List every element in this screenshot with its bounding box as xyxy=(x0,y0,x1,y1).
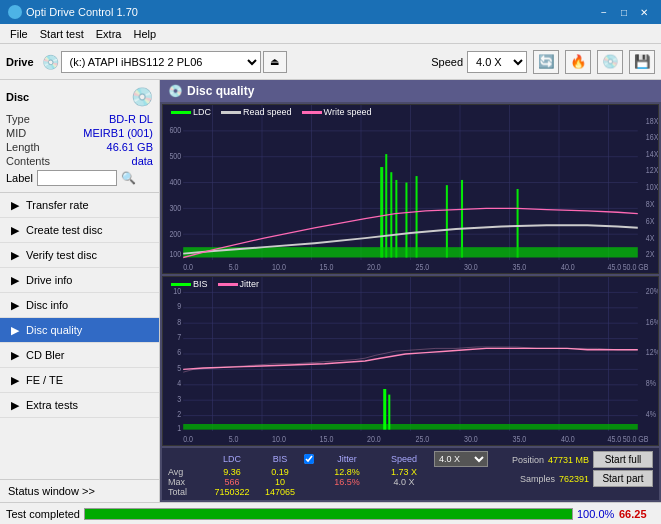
score-value: 66.25 xyxy=(619,508,655,520)
drive-icon: 💿 xyxy=(42,54,59,70)
status-window-button[interactable]: Status window >> xyxy=(0,479,159,502)
disc-label-row: Label 🔍 xyxy=(6,170,153,186)
speed-dropdown[interactable]: 4.0 X xyxy=(467,51,527,73)
svg-text:400: 400 xyxy=(169,177,181,187)
disc-length-label: Length xyxy=(6,141,40,153)
fe-te-icon: ▶ xyxy=(8,373,22,387)
transfer-rate-icon: ▶ xyxy=(8,198,22,212)
sidebar-item-label-disc-quality: Disc quality xyxy=(26,324,82,336)
menu-file[interactable]: File xyxy=(4,27,34,41)
toolbar: Drive 💿 (k:) ATAPI iHBS112 2 PL06 ⏏ Spee… xyxy=(0,44,661,80)
stat-speed-dropdown-wrap: 4.0 X xyxy=(434,451,494,467)
svg-text:30.0: 30.0 xyxy=(464,433,478,444)
sidebar-item-create-test-disc[interactable]: ▶ Create test disc xyxy=(0,218,159,243)
sidebar-item-drive-info[interactable]: ▶ Drive info xyxy=(0,268,159,293)
samples-row: Samples 762391 Start part xyxy=(520,470,653,487)
svg-text:4: 4 xyxy=(177,377,181,388)
start-part-button[interactable]: Start part xyxy=(593,470,653,487)
status-window-label: Status window >> xyxy=(8,485,95,497)
speed-label: Speed xyxy=(431,56,463,68)
samples-label: Samples xyxy=(520,474,555,484)
burn-button[interactable]: 🔥 xyxy=(565,50,591,74)
sidebar-item-label-create-test-disc: Create test disc xyxy=(26,224,102,236)
legend-write-speed: Write speed xyxy=(302,107,372,117)
sidebar-item-label-disc-info: Disc info xyxy=(26,299,68,311)
stat-total-bis: 147065 xyxy=(256,487,304,497)
svg-rect-42 xyxy=(380,167,383,257)
sidebar-item-label-fe-te: FE / TE xyxy=(26,374,63,386)
stat-max-speed-label: 4.0 X xyxy=(374,477,434,487)
menu-extra[interactable]: Extra xyxy=(90,27,128,41)
titlebar: Opti Drive Control 1.70 − □ ✕ xyxy=(0,0,661,24)
svg-rect-43 xyxy=(385,154,387,257)
stat-avg-bis: 0.19 xyxy=(256,467,304,477)
sidebar-item-label-transfer-rate: Transfer rate xyxy=(26,199,89,211)
disc-button[interactable]: 💿 xyxy=(597,50,623,74)
app-title: Opti Drive Control 1.70 xyxy=(26,6,138,18)
sidebar-item-verify-test-disc[interactable]: ▶ Verify test disc xyxy=(0,243,159,268)
chart-bis: BIS Jitter xyxy=(162,276,659,446)
stat-max-label: Max xyxy=(168,477,208,487)
close-button[interactable]: ✕ xyxy=(635,4,653,20)
svg-text:0.0: 0.0 xyxy=(183,263,193,273)
svg-text:16X: 16X xyxy=(646,132,658,142)
jitter-checkbox[interactable] xyxy=(304,454,314,464)
sidebar-item-disc-quality[interactable]: ▶ Disc quality xyxy=(0,318,159,343)
svg-text:14X: 14X xyxy=(646,149,658,159)
svg-text:600: 600 xyxy=(169,126,181,136)
svg-text:20.0: 20.0 xyxy=(367,433,381,444)
svg-text:12%: 12% xyxy=(646,346,658,357)
stat-header-bis: BIS xyxy=(256,454,304,464)
disc-mid-value: MEIRB1 (001) xyxy=(83,127,153,139)
chart-ldc: LDC Read speed Write speed xyxy=(162,104,659,274)
disc-label-btn-icon[interactable]: 🔍 xyxy=(121,171,136,185)
disc-title: Disc xyxy=(6,91,29,103)
maximize-button[interactable]: □ xyxy=(615,4,633,20)
stat-avg-label: Avg xyxy=(168,467,208,477)
stat-speed-dropdown[interactable]: 4.0 X xyxy=(434,451,488,467)
sidebar-item-extra-tests[interactable]: ▶ Extra tests xyxy=(0,393,159,418)
svg-text:8X: 8X xyxy=(646,199,655,209)
start-full-button[interactable]: Start full xyxy=(593,451,653,468)
disc-type-value: BD-R DL xyxy=(109,113,153,125)
legend-bis-text: BIS xyxy=(193,279,208,289)
eject-button[interactable]: ⏏ xyxy=(263,51,287,73)
chart1-svg: 600 500 400 300 200 100 18X 16X 14X 12X … xyxy=(163,105,658,273)
svg-text:40.0: 40.0 xyxy=(561,433,575,444)
disc-row-type: Type BD-R DL xyxy=(6,112,153,126)
disc-quality-title: Disc quality xyxy=(187,84,254,98)
sidebar-item-disc-info[interactable]: ▶ Disc info xyxy=(0,293,159,318)
svg-rect-99 xyxy=(388,395,390,430)
sidebar-item-cd-bler[interactable]: ▶ CD Bler xyxy=(0,343,159,368)
bottom-bar: Test completed 100.0% 66.25 xyxy=(0,502,661,524)
disc-type-label: Type xyxy=(6,113,30,125)
svg-text:20.0: 20.0 xyxy=(367,263,381,273)
stat-max-jitter: 16.5% xyxy=(320,477,374,487)
svg-text:4%: 4% xyxy=(646,408,657,419)
disc-quality-header: 💿 Disc quality xyxy=(160,80,661,102)
svg-rect-45 xyxy=(395,180,397,258)
refresh-button[interactable]: 🔄 xyxy=(533,50,559,74)
disc-label-input[interactable] xyxy=(37,170,117,186)
disc-section-icon: 💿 xyxy=(131,86,153,108)
svg-text:25.0: 25.0 xyxy=(416,263,430,273)
sidebar-item-fe-te[interactable]: ▶ FE / TE xyxy=(0,368,159,393)
menu-help[interactable]: Help xyxy=(127,27,162,41)
position-row: Position 47731 MB Start full xyxy=(512,451,653,468)
disc-quality-icon: ▶ xyxy=(8,323,22,337)
app-icon xyxy=(8,5,22,19)
drive-dropdown[interactable]: (k:) ATAPI iHBS112 2 PL06 xyxy=(61,51,261,73)
drive-info-icon: ▶ xyxy=(8,273,22,287)
drive-select-area: 💿 (k:) ATAPI iHBS112 2 PL06 ⏏ xyxy=(42,51,420,73)
disc-info-icon: ▶ xyxy=(8,298,22,312)
sidebar-item-transfer-rate[interactable]: ▶ Transfer rate xyxy=(0,193,159,218)
svg-text:10.0: 10.0 xyxy=(272,263,286,273)
svg-text:25.0: 25.0 xyxy=(416,433,430,444)
disc-quality-header-icon: 💿 xyxy=(168,84,183,98)
chart1-legend: LDC Read speed Write speed xyxy=(171,107,371,117)
menu-start-test[interactable]: Start test xyxy=(34,27,90,41)
disc-row-contents: Contents data xyxy=(6,154,153,168)
stats-right-area: Position 47731 MB Start full Samples 762… xyxy=(512,451,653,497)
minimize-button[interactable]: − xyxy=(595,4,613,20)
save-button[interactable]: 💾 xyxy=(629,50,655,74)
